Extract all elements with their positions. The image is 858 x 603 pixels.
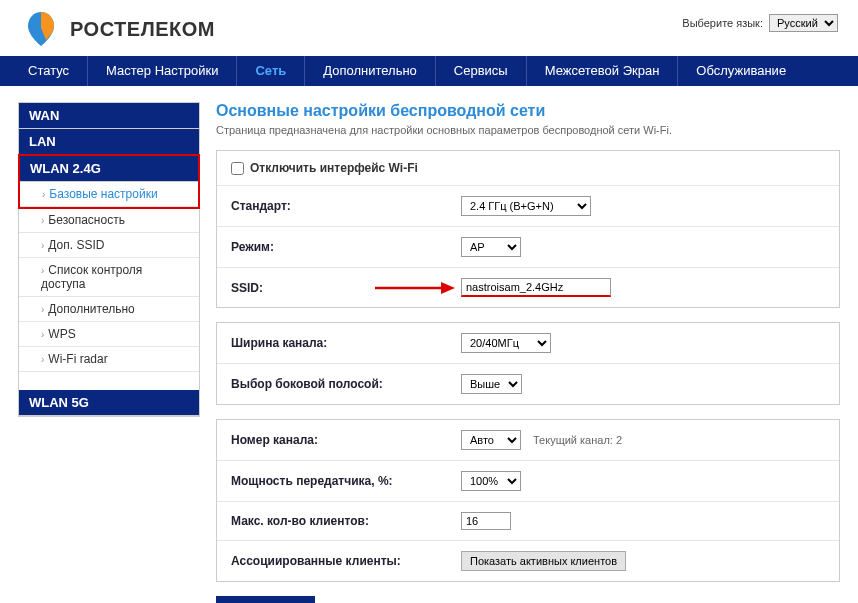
language-label: Выберите язык:: [682, 17, 763, 29]
svg-marker-1: [441, 282, 455, 294]
max-clients-label: Макс. кол-во клиентов:: [231, 514, 461, 528]
sidebar-group-wan[interactable]: WAN: [19, 103, 199, 129]
sidebar-item-label: Базовые настройки: [49, 187, 157, 201]
sidebar-item-acl[interactable]: ›Список контроля доступа: [19, 258, 199, 297]
nav-wizard[interactable]: Мастер Настройки: [87, 56, 236, 86]
top-nav: Статус Мастер Настройки Сеть Дополнитель…: [0, 56, 858, 86]
chevron-right-icon: ›: [41, 215, 44, 226]
brand-text: РОСТЕЛЕКОМ: [70, 18, 215, 41]
language-selector: Выберите язык: Русский: [682, 8, 838, 32]
channel-select[interactable]: Авто: [461, 430, 521, 450]
content: Основные настройки беспроводной сети Стр…: [216, 102, 840, 603]
panel-channel: Номер канала: Авто Текущий канал: 2 Мощн…: [216, 419, 840, 582]
show-clients-button[interactable]: Показать активных клиентов: [461, 551, 626, 571]
panel-channel-width: Ширина канала: 20/40МГц Выбор боковой по…: [216, 322, 840, 405]
nav-advanced[interactable]: Дополнительно: [304, 56, 435, 86]
standard-select[interactable]: 2.4 ГГц (B+G+N): [461, 196, 591, 216]
power-label: Мощность передатчика, %:: [231, 474, 461, 488]
sidebar-item-radar[interactable]: ›Wi-Fi radar: [19, 347, 199, 372]
standard-label: Стандарт:: [231, 199, 461, 213]
disable-wifi-label: Отключить интерфейс Wi-Fi: [250, 161, 418, 175]
chevron-right-icon: ›: [41, 354, 44, 365]
power-select[interactable]: 100%: [461, 471, 521, 491]
nav-services[interactable]: Сервисы: [435, 56, 526, 86]
chevron-right-icon: ›: [42, 189, 45, 200]
nav-maintenance[interactable]: Обслуживание: [677, 56, 804, 86]
arrow-icon: [375, 281, 455, 295]
panel-basic: Отключить интерфейс Wi-Fi Стандарт: 2.4 …: [216, 150, 840, 308]
sidebar-item-label: Wi-Fi radar: [48, 352, 107, 366]
sidebar-item-label: Список контроля доступа: [41, 263, 142, 291]
sideband-select[interactable]: Выше: [461, 374, 522, 394]
disable-wifi-checkbox[interactable]: [231, 162, 244, 175]
max-clients-input[interactable]: [461, 512, 511, 530]
chevron-right-icon: ›: [41, 304, 44, 315]
bandwidth-label: Ширина канала:: [231, 336, 461, 350]
nav-firewall[interactable]: Межсетевой Экран: [526, 56, 678, 86]
chevron-right-icon: ›: [41, 240, 44, 251]
sidebar-item-ssid[interactable]: ›Доп. SSID: [19, 233, 199, 258]
mode-select[interactable]: AP: [461, 237, 521, 257]
sidebar: WAN LAN WLAN 2.4G ›Базовые настройки ›Бе…: [18, 102, 200, 603]
sidebar-item-label: WPS: [48, 327, 75, 341]
sidebar-item-wps[interactable]: ›WPS: [19, 322, 199, 347]
sidebar-item-advanced[interactable]: ›Дополнительно: [19, 297, 199, 322]
nav-status[interactable]: Статус: [0, 56, 87, 86]
sidebar-item-label: Дополнительно: [48, 302, 134, 316]
assoc-label: Ассоциированные клиенты:: [231, 554, 461, 568]
rostelecom-icon: [20, 8, 62, 50]
apply-button[interactable]: Применить: [216, 596, 315, 603]
mode-label: Режим:: [231, 240, 461, 254]
sidebar-item-security[interactable]: ›Безопасность: [19, 208, 199, 233]
sideband-label: Выбор боковой полосой:: [231, 377, 461, 391]
bandwidth-select[interactable]: 20/40МГц: [461, 333, 551, 353]
page-description: Страница предназначена для настройки осн…: [216, 124, 840, 136]
nav-network[interactable]: Сеть: [236, 56, 304, 86]
page-title: Основные настройки беспроводной сети: [216, 102, 840, 120]
channel-label: Номер канала:: [231, 433, 461, 447]
language-select[interactable]: Русский: [769, 14, 838, 32]
sidebar-group-wlan5[interactable]: WLAN 5G: [19, 390, 199, 416]
brand-logo: РОСТЕЛЕКОМ: [20, 8, 215, 50]
sidebar-group-wlan24[interactable]: WLAN 2.4G: [20, 156, 198, 182]
channel-hint: Текущий канал: 2: [533, 434, 622, 446]
sidebar-item-basic[interactable]: ›Базовые настройки: [20, 182, 198, 207]
sidebar-group-lan[interactable]: LAN: [19, 129, 199, 155]
ssid-input[interactable]: [461, 278, 611, 297]
chevron-right-icon: ›: [41, 329, 44, 340]
sidebar-item-label: Безопасность: [48, 213, 125, 227]
chevron-right-icon: ›: [41, 265, 44, 276]
sidebar-item-label: Доп. SSID: [48, 238, 104, 252]
